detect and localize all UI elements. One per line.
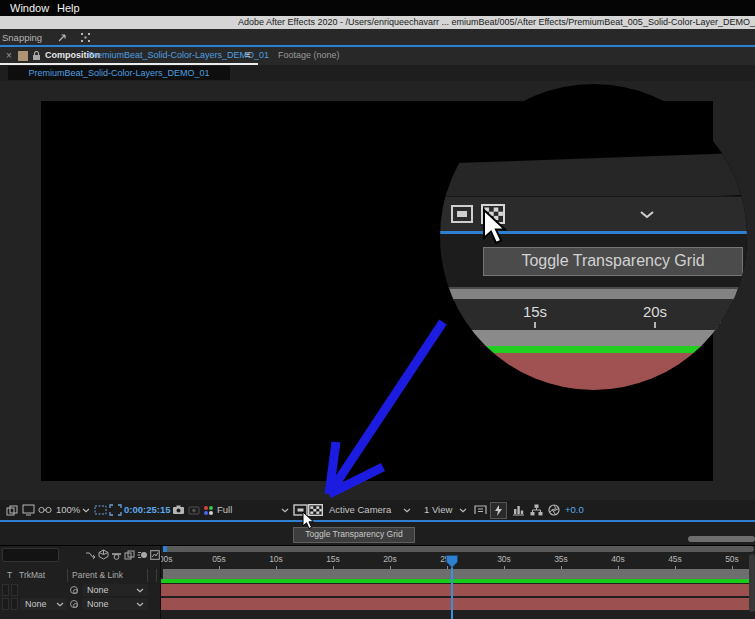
channels-rgb-icon[interactable] (203, 505, 214, 516)
diagonal-arrow-icon[interactable] (57, 32, 68, 43)
layer-switch-cell[interactable] (2, 598, 9, 610)
marquee-icon[interactable] (94, 504, 107, 516)
after-effects-window: Window Help Adobe After Effects 2020 - /… (0, 0, 755, 619)
mini-flowchart-icon[interactable] (85, 550, 96, 560)
cursor-pointer-icon (482, 208, 508, 246)
timeline-panel-icon[interactable] (512, 504, 525, 516)
region-of-interest-icon[interactable] (109, 504, 122, 516)
exposure-aperture-icon[interactable] (548, 504, 560, 516)
timeline-panel: T TrkMat Parent & Link None (0, 545, 755, 619)
annotation-arrow (305, 295, 455, 510)
tab-composition-name[interactable]: PremiumBeat_Solid-Color-Layers_DEMO_01 (88, 50, 269, 60)
panel-color-icon (18, 51, 28, 61)
red-layer-bar[interactable] (161, 598, 755, 610)
ruler-tick-label: 40s (601, 554, 635, 564)
layer-row: None None (0, 598, 160, 611)
ruler-tick-label: 15s (515, 303, 555, 320)
tooltip-zone: Toggle Transparency Grid (0, 522, 755, 545)
lock-icon[interactable] (32, 51, 41, 61)
column-header-trkmat[interactable]: TrkMat (19, 570, 45, 580)
column-divider (67, 569, 68, 582)
vertical-scrollbar[interactable] (749, 554, 755, 612)
title-bar: Adobe After Effects 2020 - /Users/enriqu… (0, 16, 755, 29)
timeline-left-controls: T TrkMat Parent & Link None (0, 546, 160, 619)
magnified-time-ruler[interactable]: 15s 20s (440, 299, 747, 330)
flowchart-icon[interactable] (530, 504, 543, 516)
horizontal-scrollbar[interactable] (688, 536, 755, 542)
chevron-down-icon (459, 508, 467, 513)
work-area-bar[interactable] (163, 569, 754, 579)
column-header-t[interactable]: T (7, 570, 12, 580)
breadcrumb[interactable]: PremiumBeat_Solid-Color-Layers_DEMO_01 (8, 66, 230, 80)
layer-switch-cell[interactable] (2, 584, 9, 596)
column-header-parent-link[interactable]: Parent & Link (72, 570, 123, 580)
ruler-tick-label: 45s (658, 554, 692, 564)
parent-link-select[interactable]: None (82, 598, 148, 610)
column-divider (147, 569, 148, 582)
chevron-down-icon (136, 602, 144, 607)
show-snapshot-icon[interactable] (188, 505, 200, 515)
layer-row: None (0, 584, 160, 597)
navigator-start-handle[interactable] (163, 546, 167, 552)
fast-preview-button[interactable] (490, 502, 507, 519)
layers-icon[interactable] (6, 505, 18, 516)
frame-blend-icon[interactable] (124, 550, 135, 560)
green-layer-bar (161, 579, 755, 583)
ruler-tick-label: 30s (487, 554, 521, 564)
snapping-label: Snapping (2, 32, 42, 43)
ruler-tick-label: 05s (202, 554, 236, 564)
time-navigator-bar[interactable] (163, 546, 754, 552)
ruler-tick-label: 35s (544, 554, 578, 564)
mask-visibility-icon[interactable] (451, 205, 473, 223)
trkmat-select[interactable]: None (20, 598, 67, 610)
chevron-down-icon (403, 508, 411, 513)
ruler-tick-label: 0:00s (160, 554, 179, 564)
shy-icon[interactable] (111, 550, 122, 560)
chevron-down-icon (136, 588, 144, 593)
tab-footage[interactable]: Footage (none) (278, 50, 340, 60)
zoom-level-select[interactable]: 100% (56, 500, 80, 520)
menu-window[interactable]: Window (10, 2, 49, 14)
current-timecode[interactable]: 0:00:25:15 (124, 500, 170, 520)
close-icon[interactable]: × (6, 50, 12, 61)
column-divider (156, 569, 157, 582)
window-title: Adobe After Effects 2020 - /Users/enriqu… (238, 17, 755, 27)
layer-switch-cell[interactable] (11, 584, 18, 596)
pixel-aspect-icon[interactable] (474, 505, 487, 515)
ruler-tick-label: 20s (635, 303, 675, 320)
breadcrumb-row: PremiumBeat_Solid-Color-Layers_DEMO_01 (0, 65, 755, 81)
ruler-tick-mark (654, 322, 656, 328)
pickwhip-icon[interactable] (70, 600, 78, 608)
ruler-tick-label: 20s (373, 554, 407, 564)
monitor-icon[interactable] (22, 504, 35, 516)
resolution-select[interactable]: Full (217, 500, 232, 520)
pickwhip-icon[interactable] (70, 586, 78, 594)
camera-view-select[interactable]: Active Camera (329, 500, 391, 520)
fast-preview-icon (494, 505, 503, 516)
red-layer-bar[interactable] (161, 584, 755, 596)
snapshot-camera-icon[interactable] (172, 505, 185, 515)
menu-help[interactable]: Help (57, 2, 80, 14)
motion-blur-icon[interactable] (137, 550, 148, 560)
chevron-down-icon (82, 508, 90, 513)
layer-switch-cell[interactable] (11, 598, 18, 610)
panel-menu-icon[interactable]: ≡ (245, 49, 251, 60)
cursor-pointer-icon (302, 511, 315, 530)
magnified-workarea-bar[interactable] (440, 330, 747, 346)
composition-footer-toolbar: 100% 0:00:25:15 Full Active Cam (0, 500, 755, 522)
exposure-value[interactable]: +0.0 (565, 500, 584, 520)
chevron-down-icon (56, 602, 64, 607)
magnifier-overlay: Active Camera 1 View Toggle Transparency… (440, 84, 747, 390)
timeline-timecode-field[interactable] (2, 548, 59, 562)
ruler-tick-label: 15s (316, 554, 350, 564)
parent-link-select[interactable]: None (82, 584, 148, 596)
preview-goggles-icon[interactable] (38, 505, 52, 515)
magnified-tooltip: Toggle Transparency Grid (483, 247, 743, 276)
panel-tab-bar: × Composition PremiumBeat_Solid-Color-La… (0, 47, 755, 65)
dotted-crosshair-icon[interactable] (80, 32, 91, 43)
graph-editor-icon[interactable] (150, 550, 160, 560)
view-layout-select[interactable]: 1 View (424, 500, 452, 520)
menu-bar: Window Help (0, 0, 755, 16)
playhead-handle[interactable] (446, 555, 458, 568)
draft-3d-icon[interactable] (98, 549, 109, 560)
